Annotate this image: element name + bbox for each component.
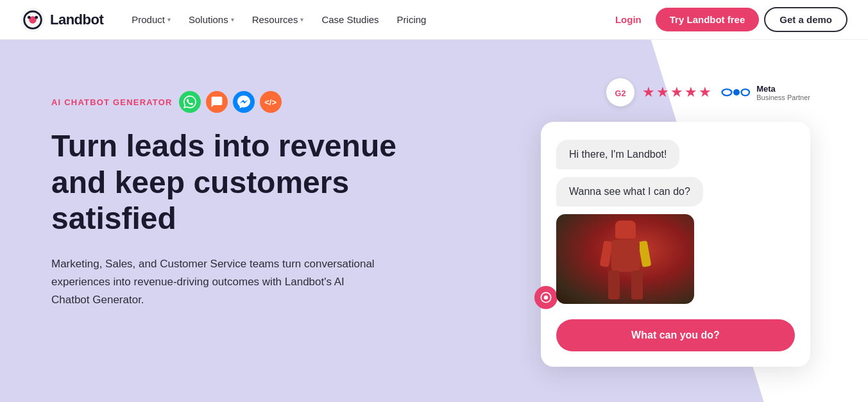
nav-item-resources[interactable]: Resources ▾ (244, 10, 312, 29)
try-free-button[interactable]: Try Landbot free (656, 8, 760, 31)
logo-text: Landbot (50, 12, 103, 28)
svg-point-13 (547, 296, 549, 297)
chat-image (556, 214, 694, 304)
hero-title: Turn leads into revenue and keep custome… (51, 128, 411, 237)
logo-icon (21, 8, 45, 32)
meta-badge: Meta Business Partner (720, 84, 810, 101)
avatar (534, 286, 557, 309)
nav-item-product[interactable]: Product ▾ (124, 10, 178, 29)
chat-widget-icon (206, 91, 228, 113)
ironman-figure (603, 221, 648, 297)
nav-item-case-studies[interactable]: Case Studies (314, 10, 386, 29)
chevron-down-icon: ▾ (300, 16, 303, 23)
hero-right: G2 ★★★★★ Meta Business Partner (436, 78, 830, 367)
login-button[interactable]: Login (606, 9, 651, 30)
svg-point-8 (733, 89, 740, 96)
chat-bubble-1: Hi there, I'm Landbot! (556, 140, 679, 169)
hero-left: AI CHATBOT GENERATOR </> Turn (51, 78, 436, 309)
nav-item-solutions[interactable]: Solutions ▾ (181, 10, 242, 29)
star-rating: ★★★★★ (642, 84, 713, 101)
navigation: Landbot Product ▾ Solutions ▾ Resources … (0, 0, 868, 40)
meta-text: Meta Business Partner (756, 84, 810, 101)
messenger-icon (233, 91, 255, 113)
code-icon: </> (260, 91, 282, 113)
meta-icon (720, 84, 753, 101)
logo-link[interactable]: Landbot (21, 8, 103, 32)
nav-item-pricing[interactable]: Pricing (389, 10, 434, 29)
svg-point-9 (742, 89, 750, 96)
chat-widget: Hi there, I'm Landbot! Wanna see what I … (541, 122, 810, 367)
chevron-down-icon: ▾ (167, 16, 171, 23)
svg-text:G2: G2 (615, 89, 626, 98)
svg-point-4 (35, 15, 38, 19)
chevron-down-icon: ▾ (231, 16, 234, 23)
badge-icons: </> (179, 91, 282, 113)
nav-links: Product ▾ Solutions ▾ Resources ▾ Case S… (124, 10, 606, 29)
get-demo-button[interactable]: Get a demo (764, 7, 847, 32)
chat-cta-button[interactable]: What can you do? (556, 319, 795, 351)
g2-logo: G2 (606, 78, 634, 106)
badge-row: AI CHATBOT GENERATOR </> (51, 91, 436, 113)
nav-cta-group: Login Try Landbot free Get a demo (606, 7, 847, 32)
trust-badges: G2 ★★★★★ Meta Business Partner (606, 78, 810, 106)
svg-point-3 (28, 15, 31, 19)
hero-section: AI CHATBOT GENERATOR </> Turn (0, 40, 868, 402)
chat-bubble-2: Wanna see what I can do? (556, 177, 703, 206)
badge-label: AI CHATBOT GENERATOR (51, 97, 173, 107)
whatsapp-icon (179, 91, 201, 113)
hero-description: Marketing, Sales, and Customer Service t… (51, 255, 385, 309)
svg-point-12 (543, 296, 545, 297)
svg-point-7 (722, 89, 732, 96)
hero-content: AI CHATBOT GENERATOR </> Turn (0, 40, 868, 402)
